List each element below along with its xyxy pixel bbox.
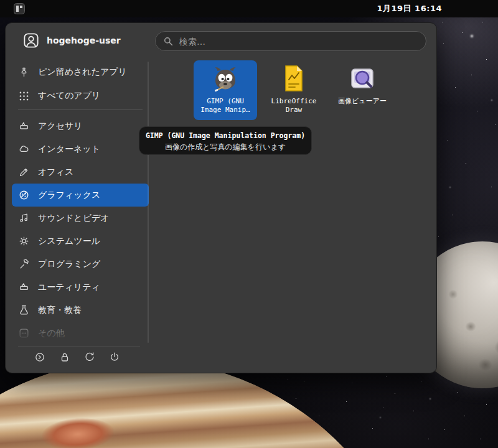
sidebar-item-education[interactable]: 教育・教養 [12, 299, 149, 322]
logout-icon [34, 355, 45, 365]
power-button[interactable] [109, 352, 120, 363]
gear-icon [18, 235, 30, 247]
accessories-icon [18, 120, 30, 132]
pen-icon [18, 166, 30, 178]
session-buttons [23, 352, 120, 363]
sidebar-item-label: すべてのアプリ [38, 90, 100, 101]
logout-button[interactable] [34, 352, 45, 363]
sidebar: ピン留めされたアプリ すべてのアプリ アクセサリ インターネット オフィス [12, 60, 149, 345]
sidebar-item-system-tools[interactable]: システムツール [12, 230, 149, 253]
sidebar-item-label: サウンドとビデオ [38, 213, 110, 224]
sidebar-item-label: その他 [38, 328, 65, 339]
sidebar-item-graphics[interactable]: グラフィックス [12, 184, 149, 207]
app-menu: hogehoge-user ピン留めされたアプリ すべてのアプリ アクセサリ [5, 22, 437, 373]
lock-button[interactable] [59, 352, 70, 363]
sidebar-item-label: インターネット [38, 144, 100, 155]
app-tile-libreoffice-draw[interactable]: LibreOffice Draw [262, 60, 326, 120]
app-label: Draw [286, 106, 303, 114]
sidebar-item-label: アクセサリ [38, 121, 83, 132]
music-note-icon [18, 212, 30, 224]
libreoffice-draw-icon [279, 63, 309, 93]
app-label: LibreOffice [271, 97, 317, 106]
session-separator [18, 347, 140, 347]
restart-button[interactable] [84, 352, 95, 363]
pin-icon [18, 67, 30, 78]
sidebar-item-label: システムツール [38, 236, 100, 247]
sidebar-item-office[interactable]: オフィス [12, 161, 149, 184]
sidebar-item-label: オフィス [38, 167, 73, 178]
lock-icon [59, 355, 70, 365]
cloud-icon [18, 143, 30, 155]
app-label: Image Manip… [200, 106, 250, 114]
menu-button[interactable] [14, 3, 25, 14]
sidebar-item-accessories[interactable]: アクセサリ [12, 114, 149, 138]
clock[interactable]: 1月19日 16:14 [377, 0, 442, 17]
sidebar-scrollbar[interactable] [148, 62, 149, 343]
tooltip: GIMP (GNU Image Manipulation Program) 画像… [139, 126, 312, 155]
user-avatar-icon[interactable] [22, 31, 40, 50]
sidebar-item-utilities[interactable]: ユーティリティ [12, 276, 149, 299]
palette-icon [18, 189, 30, 201]
distro-logo-icon [14, 7, 25, 16]
sidebar-separator [18, 110, 143, 110]
sidebar-item-label: ピン留めされたアプリ [38, 67, 127, 78]
sidebar-item-label: 教育・教養 [38, 305, 82, 316]
other-apps-icon [18, 327, 30, 339]
grid-icon [18, 90, 30, 102]
utility-knife-icon [18, 281, 30, 293]
sidebar-item-label: ユーティリティ [38, 282, 100, 293]
sidebar-item-pinned-apps[interactable]: ピン留めされたアプリ [12, 60, 149, 84]
search-icon [162, 35, 174, 47]
restart-icon [84, 355, 95, 365]
search-input[interactable] [178, 32, 417, 52]
app-tile-image-viewer[interactable]: 画像ビューアー [328, 60, 397, 120]
flask-icon [18, 304, 30, 316]
sidebar-item-label: プログラミング [38, 259, 100, 270]
hammer-icon [18, 258, 30, 270]
app-label: GIMP (GNU [207, 97, 244, 106]
gimp-icon [210, 63, 240, 93]
sidebar-item-label: グラフィックス [38, 190, 100, 201]
tooltip-title: GIMP (GNU Image Manipulation Program) [139, 131, 311, 141]
sidebar-item-sound-video[interactable]: サウンドとビデオ [12, 207, 149, 230]
taskbar: 1月19日 16:14 [0, 0, 498, 17]
app-label: 画像ビューアー [338, 97, 387, 106]
tooltip-description: 画像の作成と写真の編集を行います [139, 142, 311, 152]
sidebar-item-internet[interactable]: インターネット [12, 138, 149, 161]
sidebar-item-all-apps[interactable]: すべてのアプリ [12, 84, 149, 108]
image-viewer-icon [347, 63, 377, 93]
search-box[interactable] [155, 31, 426, 51]
power-icon [109, 355, 120, 365]
sidebar-item-programming[interactable]: プログラミング [12, 253, 149, 276]
username-label: hogehoge-user [47, 31, 121, 50]
sidebar-item-other[interactable]: その他 [12, 322, 149, 345]
app-tile-gimp[interactable]: GIMP (GNU Image Manip… [194, 60, 257, 120]
